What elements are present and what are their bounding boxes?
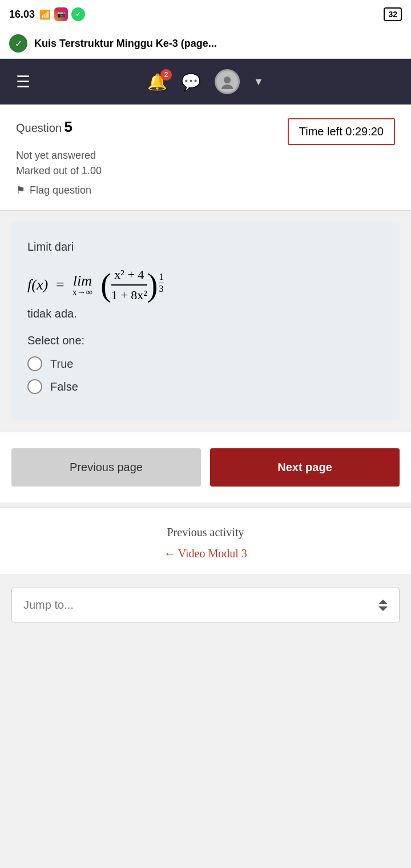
jump-to-select[interactable]: Jump to... (11, 588, 400, 622)
notification-bell[interactable]: 🔔 2 (147, 73, 167, 91)
previous-page-button[interactable]: Previous page (11, 448, 201, 487)
chat-icon[interactable]: 💬 (181, 73, 201, 91)
previous-activity-section: Previous activity ← Video Modul 3 (0, 507, 411, 574)
lim-subscript: x→∞ (72, 287, 92, 298)
timer-box: Time left 0:29:20 (288, 118, 395, 145)
jump-to-placeholder: Jump to... (23, 598, 74, 612)
equals-sign: = (56, 276, 65, 294)
option-false-row[interactable]: False (27, 379, 384, 394)
flag-question-row[interactable]: ⚑ Flag question (16, 184, 395, 196)
notification-badge: 2 (160, 69, 172, 81)
previous-activity-title: Previous activity (11, 526, 400, 539)
jump-arrows-icon (378, 600, 388, 611)
tidak-ada-text: tidak ada. (27, 307, 384, 320)
avatar[interactable] (215, 69, 240, 94)
flag-icon: ⚑ (16, 184, 25, 196)
fraction-group: ( x² + 4 1 + 8x² ) 1 3 (100, 267, 163, 303)
exponent-block: 1 3 (159, 271, 164, 294)
radio-false[interactable] (27, 379, 42, 394)
browser-bar: ✓ Kuis Terstruktur Minggu Ke-3 (page... (0, 29, 411, 59)
option-true-row[interactable]: True (27, 356, 384, 371)
exp-denominator: 3 (159, 283, 164, 294)
jump-to-section: Jump to... (0, 574, 411, 636)
question-number: 5 (65, 118, 72, 135)
dropdown-arrow-icon[interactable]: ▼ (253, 76, 264, 88)
option-true-label: True (50, 357, 73, 371)
frac-numerator: x² + 4 (114, 267, 144, 284)
flag-label: Flag question (30, 184, 91, 196)
fraction-inner: x² + 4 1 + 8x² (111, 267, 147, 303)
question-header-card: Question 5 Time left 0:29:20 Not yet ans… (0, 105, 411, 211)
question-label: Question (16, 122, 62, 134)
time-display: 16.03 (9, 9, 35, 21)
math-formula-display: f(x) = lim x→∞ ( x² + 4 1 + 8x² ) 1 3 (27, 267, 384, 303)
select-one-label: Select one: (27, 334, 384, 347)
header-center: 🔔 2 💬 ▼ (147, 69, 264, 94)
question-intro: Limit dari (27, 240, 384, 254)
marked-out-of: Marked out of 1.00 (16, 165, 395, 177)
svg-point-0 (224, 77, 231, 83)
signal-icon: 📶 (39, 9, 51, 20)
next-page-button[interactable]: Next page (210, 448, 400, 487)
status-icons: 📶 📷 ✓ (39, 7, 85, 21)
paren-right: ) (147, 269, 158, 301)
avatar-inner (216, 71, 238, 93)
not-answered-status: Not yet answered (16, 150, 395, 162)
question-label-group: Question 5 (16, 118, 72, 136)
arrow-up-icon (378, 600, 388, 604)
function-label: f(x) (27, 276, 48, 294)
limit-block: lim x→∞ (72, 272, 92, 298)
browser-title: Kuis Terstruktur Minggu Ke-3 (page... (34, 38, 217, 50)
option-false-label: False (50, 380, 78, 393)
arrow-down-icon (378, 606, 388, 611)
shield-icon: ✓ (9, 34, 27, 53)
svg-point-1 (221, 85, 233, 89)
hamburger-button[interactable]: ☰ (11, 68, 35, 96)
battery-indicator: 32 (384, 7, 402, 21)
whatsapp-icon: ✓ (71, 7, 85, 21)
avatar-icon (220, 74, 235, 89)
paren-left: ( (100, 269, 111, 301)
status-bar: 16.03 📶 📷 ✓ 32 (0, 0, 411, 29)
question-top-row: Question 5 Time left 0:29:20 (16, 118, 395, 145)
video-modul-link[interactable]: ← Video Modul 3 (11, 547, 400, 560)
frac-denominator: 1 + 8x² (111, 286, 147, 303)
main-content: Question 5 Time left 0:29:20 Not yet ans… (0, 105, 411, 636)
exp-numerator: 1 (159, 271, 164, 283)
status-left: 16.03 📶 📷 ✓ (9, 7, 85, 21)
navigation-buttons: Previous page Next page (0, 432, 411, 503)
app-header: ☰ 🔔 2 💬 ▼ (0, 59, 411, 105)
question-content-card: Limit dari f(x) = lim x→∞ ( x² + 4 1 + 8… (11, 222, 400, 420)
instagram-icon: 📷 (54, 7, 68, 21)
radio-true[interactable] (27, 356, 42, 371)
